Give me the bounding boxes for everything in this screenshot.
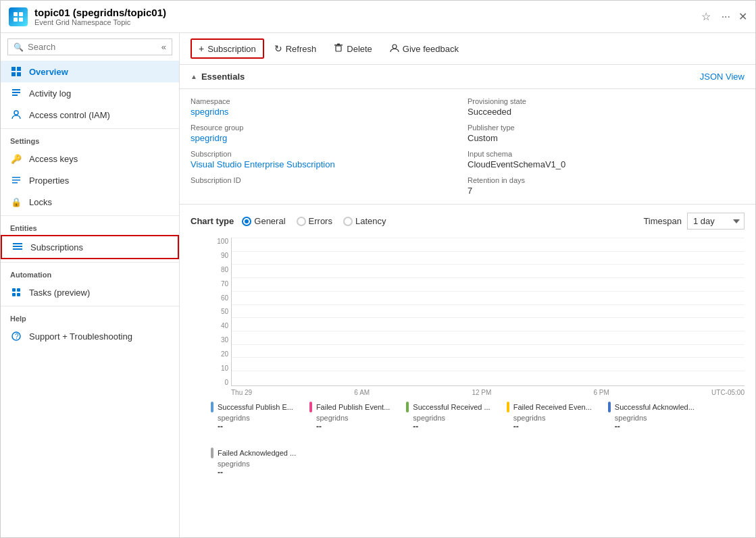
input-schema-label: Input schema [468, 150, 745, 158]
y-label-70: 70 [211, 280, 228, 288]
sidebar-item-tasks-preview[interactable]: Tasks (preview) [1, 281, 179, 303]
svg-rect-7 [17, 72, 21, 76]
sidebar-item-subscriptions[interactable]: Subscriptions [1, 235, 179, 259]
chart-type-latency[interactable]: Latency [343, 216, 386, 226]
svg-rect-15 [13, 243, 22, 244]
resource-group-value[interactable]: spegridrg [191, 133, 468, 143]
sidebar-item-locks[interactable]: 🔒 Locks [1, 191, 179, 213]
legend-name-2: Successful Received ... [413, 403, 490, 411]
provisioning-state-label: Provisioning state [468, 97, 745, 105]
timespan-label: Timespan [643, 216, 682, 226]
legend-item-1: Failed Publish Event... spegridns -- [309, 402, 390, 431]
grid-line-90 [232, 251, 745, 252]
y-label-60: 60 [211, 294, 228, 302]
give-feedback-button[interactable]: Give feedback [382, 39, 466, 59]
x-label-thu29: Thu 29 [231, 389, 252, 396]
svg-rect-17 [13, 248, 22, 250]
y-label-90: 90 [211, 252, 228, 259]
refresh-button-label: Refresh [286, 44, 317, 54]
delete-button[interactable]: Delete [326, 39, 380, 59]
legend-item-4: Successful Acknowled... spegridns -- [608, 402, 695, 431]
content-area: + Subscription ↻ Refresh Delete [180, 33, 755, 537]
svg-rect-4 [11, 67, 16, 71]
legend-top-2: Successful Received ... [406, 402, 490, 412]
subscription-value[interactable]: Visual Studio Enterprise Subscription [191, 159, 468, 169]
legend-name-0: Successful Publish E... [218, 403, 293, 411]
svg-rect-0 [14, 12, 18, 16]
field-provisioning-state: Provisioning state Succeeded [468, 97, 745, 117]
legend-top-3: Failed Received Even... [507, 402, 592, 412]
subscription-button[interactable]: + Subscription [191, 38, 264, 59]
sidebar-item-activity-log[interactable]: Activity log [1, 82, 179, 104]
y-label-10: 10 [211, 365, 228, 372]
x-label-6am: 6 AM [354, 389, 370, 396]
svg-rect-26 [337, 43, 340, 45]
legend-name-3: Failed Received Even... [513, 403, 592, 411]
sidebar-item-overview[interactable]: Overview [1, 61, 179, 82]
legend-value-4: -- [615, 422, 695, 431]
retention-days-label: Retention in days [468, 176, 745, 184]
sidebar-item-activity-log-label: Activity log [29, 88, 71, 99]
provisioning-state-value: Succeeded [468, 107, 745, 117]
legend-item-0: Successful Publish E... spegridns -- [211, 402, 293, 431]
key-icon: 🔑 [10, 153, 22, 165]
collapse-sidebar-button[interactable]: « [161, 42, 166, 52]
sidebar-item-access-control-label: Access control (IAM) [29, 110, 110, 120]
page-title: topic01 (spegridns/topic01) [34, 7, 699, 18]
essentials-header: ▲ Essentials JSON View [180, 65, 755, 89]
legend-sub-4: spegridns [615, 414, 695, 422]
more-options-button[interactable]: ··· [719, 9, 733, 24]
legend-sub-5: spegridns [218, 460, 296, 468]
legend-name-4: Successful Acknowled... [615, 403, 695, 411]
namespace-label: Namespace [191, 97, 468, 105]
essentials-title-label: Essentials [201, 72, 245, 82]
search-box[interactable]: 🔍 « [7, 38, 172, 55]
sidebar-item-overview-label: Overview [29, 67, 68, 77]
sidebar-item-access-keys[interactable]: 🔑 Access keys [1, 148, 179, 169]
sidebar-item-access-keys-label: Access keys [29, 154, 78, 164]
legend-color-4 [608, 402, 611, 412]
search-input[interactable] [28, 42, 161, 52]
y-label-0: 0 [211, 379, 228, 386]
sidebar-item-locks-label: Locks [29, 197, 52, 207]
general-radio-circle [242, 217, 251, 226]
errors-radio-circle [297, 217, 306, 226]
help-icon: ? [10, 330, 22, 342]
essentials-right-col: Provisioning state Succeeded Publisher t… [468, 97, 745, 196]
refresh-button[interactable]: ↻ Refresh [267, 39, 324, 58]
sidebar-item-access-control[interactable]: Access control (IAM) [1, 104, 179, 126]
grid-line-40 [232, 317, 745, 318]
legend-top-4: Successful Acknowled... [608, 402, 695, 412]
chart-with-y-axis: 100 90 80 70 60 50 40 30 20 10 0 [211, 238, 745, 386]
svg-point-27 [393, 45, 397, 49]
chart-type-errors[interactable]: Errors [297, 216, 332, 226]
svg-rect-1 [19, 12, 23, 16]
chart-type-general[interactable]: General [242, 216, 285, 226]
help-section-label: Help [1, 306, 179, 325]
legend-value-1: -- [316, 422, 390, 431]
legend-value-0: -- [218, 422, 293, 431]
x-axis-labels: Thu 29 6 AM 12 PM 6 PM UTC-05:00 [211, 386, 745, 396]
field-resource-group: Resource group spegridrg [191, 124, 468, 143]
essentials-collapse-icon[interactable]: ▲ [191, 73, 197, 80]
timespan-select[interactable]: 1 hour 6 hours 12 hours 1 day 7 days 30 … [687, 213, 745, 230]
field-subscription: Subscription Visual Studio Enterprise Su… [191, 150, 468, 169]
namespace-value[interactable]: spegridns [191, 107, 468, 117]
svg-rect-9 [12, 92, 20, 93]
svg-rect-16 [13, 246, 22, 247]
search-icon: 🔍 [14, 43, 24, 52]
json-view-link[interactable]: JSON View [700, 72, 745, 82]
svg-rect-6 [11, 72, 16, 76]
sidebar-item-properties[interactable]: Properties [1, 169, 179, 191]
subscription-label: Subscription [191, 150, 468, 158]
field-subscription-id: Subscription ID [191, 176, 468, 186]
grid-lines [232, 238, 745, 385]
legend-item-3: Failed Received Even... spegridns -- [507, 402, 592, 431]
favorite-button[interactable]: ☆ [699, 9, 713, 24]
errors-radio-label: Errors [309, 216, 332, 226]
chart-plot-area [231, 238, 745, 386]
close-button[interactable]: ✕ [738, 10, 747, 23]
svg-text:?: ? [15, 333, 19, 340]
lock-icon: 🔒 [10, 196, 22, 208]
sidebar-item-support-troubleshooting[interactable]: ? Support + Troubleshooting [1, 325, 179, 347]
